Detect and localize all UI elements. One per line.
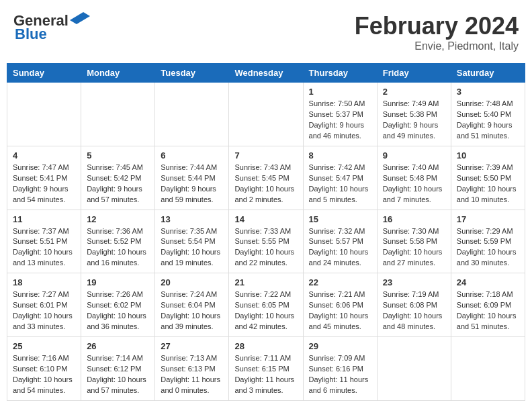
day-cell: 15Sunrise: 7:32 AM Sunset: 5:57 PM Dayli… xyxy=(303,210,377,273)
week-row-3: 18Sunrise: 7:27 AM Sunset: 6:01 PM Dayli… xyxy=(7,273,525,337)
col-wednesday: Wednesday xyxy=(229,64,303,83)
day-cell: 12Sunrise: 7:36 AM Sunset: 5:52 PM Dayli… xyxy=(81,210,155,273)
col-tuesday: Tuesday xyxy=(155,64,229,83)
day-number: 25 xyxy=(13,341,75,351)
col-sunday: Sunday xyxy=(7,64,81,83)
day-cell: 18Sunrise: 7:27 AM Sunset: 6:01 PM Dayli… xyxy=(7,273,81,337)
day-cell: 16Sunrise: 7:30 AM Sunset: 5:58 PM Dayli… xyxy=(377,210,451,273)
day-info: Sunrise: 7:13 AM Sunset: 6:13 PM Dayligh… xyxy=(161,353,223,396)
day-cell: 22Sunrise: 7:21 AM Sunset: 6:06 PM Dayli… xyxy=(303,273,377,337)
col-saturday: Saturday xyxy=(451,64,525,83)
day-number: 19 xyxy=(87,277,149,287)
day-cell: 28Sunrise: 7:11 AM Sunset: 6:15 PM Dayli… xyxy=(229,337,303,401)
day-cell: 20Sunrise: 7:24 AM Sunset: 6:04 PM Dayli… xyxy=(155,273,229,337)
day-info: Sunrise: 7:40 AM Sunset: 5:48 PM Dayligh… xyxy=(383,163,445,205)
day-number: 1 xyxy=(309,87,371,97)
day-number: 12 xyxy=(87,214,149,224)
day-info: Sunrise: 7:44 AM Sunset: 5:44 PM Dayligh… xyxy=(161,163,223,205)
day-number: 11 xyxy=(13,214,75,224)
logo-blue: Blue xyxy=(15,26,47,43)
day-cell: 23Sunrise: 7:19 AM Sunset: 6:08 PM Dayli… xyxy=(377,273,451,337)
day-number: 26 xyxy=(87,341,149,351)
day-number: 22 xyxy=(309,277,371,287)
day-info: Sunrise: 7:32 AM Sunset: 5:57 PM Dayligh… xyxy=(309,226,371,269)
logo-arrow-icon xyxy=(70,12,90,27)
day-number: 28 xyxy=(234,341,297,351)
day-number: 20 xyxy=(161,277,223,287)
day-cell xyxy=(229,83,303,146)
day-cell: 2Sunrise: 7:49 AM Sunset: 5:38 PM Daylig… xyxy=(377,83,451,146)
day-number: 9 xyxy=(383,150,445,161)
location: Envie, Piedmont, Italy xyxy=(355,40,519,52)
day-info: Sunrise: 7:19 AM Sunset: 6:08 PM Dayligh… xyxy=(383,289,445,332)
day-number: 17 xyxy=(457,214,519,224)
week-row-0: 1Sunrise: 7:50 AM Sunset: 5:37 PM Daylig… xyxy=(7,83,525,146)
day-cell: 21Sunrise: 7:22 AM Sunset: 6:05 PM Dayli… xyxy=(229,273,303,337)
day-cell: 6Sunrise: 7:44 AM Sunset: 5:44 PM Daylig… xyxy=(155,146,229,210)
day-info: Sunrise: 7:45 AM Sunset: 5:42 PM Dayligh… xyxy=(87,163,149,205)
day-cell xyxy=(7,83,81,146)
day-info: Sunrise: 7:36 AM Sunset: 5:52 PM Dayligh… xyxy=(87,226,149,269)
day-number: 8 xyxy=(309,150,371,161)
day-info: Sunrise: 7:21 AM Sunset: 6:06 PM Dayligh… xyxy=(309,289,371,332)
day-number: 27 xyxy=(161,341,223,351)
day-cell: 19Sunrise: 7:26 AM Sunset: 6:02 PM Dayli… xyxy=(81,273,155,337)
day-cell: 25Sunrise: 7:16 AM Sunset: 6:10 PM Dayli… xyxy=(7,337,81,401)
day-info: Sunrise: 7:37 AM Sunset: 5:51 PM Dayligh… xyxy=(13,226,75,269)
week-row-1: 4Sunrise: 7:47 AM Sunset: 5:41 PM Daylig… xyxy=(7,146,525,210)
day-cell: 24Sunrise: 7:18 AM Sunset: 6:09 PM Dayli… xyxy=(451,273,525,337)
day-number: 15 xyxy=(309,214,371,224)
day-number: 23 xyxy=(383,277,445,287)
day-info: Sunrise: 7:29 AM Sunset: 5:59 PM Dayligh… xyxy=(457,226,519,269)
page-header: General Blue February 2024 Envie, Piedmo… xyxy=(7,7,525,58)
title-block: February 2024 Envie, Piedmont, Italy xyxy=(355,12,519,52)
day-number: 18 xyxy=(13,277,75,287)
day-cell xyxy=(81,83,155,146)
day-cell: 26Sunrise: 7:14 AM Sunset: 6:12 PM Dayli… xyxy=(81,337,155,401)
day-cell: 14Sunrise: 7:33 AM Sunset: 5:55 PM Dayli… xyxy=(229,210,303,273)
day-cell: 17Sunrise: 7:29 AM Sunset: 5:59 PM Dayli… xyxy=(451,210,525,273)
day-cell: 8Sunrise: 7:42 AM Sunset: 5:47 PM Daylig… xyxy=(303,146,377,210)
day-info: Sunrise: 7:30 AM Sunset: 5:58 PM Dayligh… xyxy=(383,226,445,269)
day-info: Sunrise: 7:18 AM Sunset: 6:09 PM Dayligh… xyxy=(457,289,519,332)
day-number: 7 xyxy=(234,150,297,161)
day-cell: 7Sunrise: 7:43 AM Sunset: 5:45 PM Daylig… xyxy=(229,146,303,210)
day-info: Sunrise: 7:24 AM Sunset: 6:04 PM Dayligh… xyxy=(161,289,223,332)
day-cell xyxy=(155,83,229,146)
day-info: Sunrise: 7:43 AM Sunset: 5:45 PM Dayligh… xyxy=(234,163,297,205)
calendar-table: Sunday Monday Tuesday Wednesday Thursday… xyxy=(7,63,525,401)
logo: General Blue xyxy=(13,12,90,43)
day-info: Sunrise: 7:16 AM Sunset: 6:10 PM Dayligh… xyxy=(13,353,75,396)
day-number: 4 xyxy=(13,150,75,161)
day-number: 29 xyxy=(309,341,371,351)
day-number: 13 xyxy=(161,214,223,224)
day-cell: 10Sunrise: 7:39 AM Sunset: 5:50 PM Dayli… xyxy=(451,146,525,210)
month-title: February 2024 xyxy=(355,12,519,40)
calendar-header-row: Sunday Monday Tuesday Wednesday Thursday… xyxy=(7,64,525,83)
day-info: Sunrise: 7:39 AM Sunset: 5:50 PM Dayligh… xyxy=(457,163,519,205)
day-number: 14 xyxy=(234,214,297,224)
day-cell: 3Sunrise: 7:48 AM Sunset: 5:40 PM Daylig… xyxy=(451,83,525,146)
day-cell: 1Sunrise: 7:50 AM Sunset: 5:37 PM Daylig… xyxy=(303,83,377,146)
day-cell: 13Sunrise: 7:35 AM Sunset: 5:54 PM Dayli… xyxy=(155,210,229,273)
day-info: Sunrise: 7:48 AM Sunset: 5:40 PM Dayligh… xyxy=(457,99,519,142)
col-friday: Friday xyxy=(377,64,451,83)
day-info: Sunrise: 7:09 AM Sunset: 6:16 PM Dayligh… xyxy=(309,353,371,396)
day-info: Sunrise: 7:50 AM Sunset: 5:37 PM Dayligh… xyxy=(309,99,371,142)
day-number: 6 xyxy=(161,150,223,161)
week-row-4: 25Sunrise: 7:16 AM Sunset: 6:10 PM Dayli… xyxy=(7,337,525,401)
day-info: Sunrise: 7:14 AM Sunset: 6:12 PM Dayligh… xyxy=(87,353,149,396)
day-cell: 27Sunrise: 7:13 AM Sunset: 6:13 PM Dayli… xyxy=(155,337,229,401)
day-number: 16 xyxy=(383,214,445,224)
day-info: Sunrise: 7:47 AM Sunset: 5:41 PM Dayligh… xyxy=(13,163,75,205)
day-cell: 4Sunrise: 7:47 AM Sunset: 5:41 PM Daylig… xyxy=(7,146,81,210)
day-cell: 29Sunrise: 7:09 AM Sunset: 6:16 PM Dayli… xyxy=(303,337,377,401)
day-number: 5 xyxy=(87,150,149,161)
day-info: Sunrise: 7:26 AM Sunset: 6:02 PM Dayligh… xyxy=(87,289,149,332)
day-number: 2 xyxy=(383,87,445,97)
col-thursday: Thursday xyxy=(303,64,377,83)
day-info: Sunrise: 7:33 AM Sunset: 5:55 PM Dayligh… xyxy=(234,226,297,269)
day-cell: 5Sunrise: 7:45 AM Sunset: 5:42 PM Daylig… xyxy=(81,146,155,210)
svg-marker-0 xyxy=(70,12,90,24)
day-cell: 11Sunrise: 7:37 AM Sunset: 5:51 PM Dayli… xyxy=(7,210,81,273)
